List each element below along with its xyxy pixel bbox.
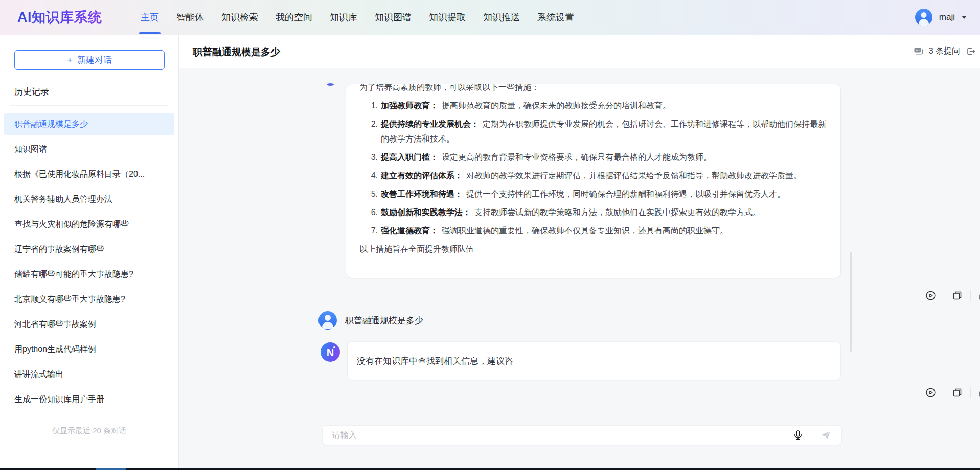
list-item: 提供持续的专业发展机会：定期为在职教师提供专业发展的机会，包括研讨会、工作坊和进… (381, 116, 827, 146)
nav-my-space[interactable]: 我的空间 (276, 0, 312, 35)
avatar-person-icon (921, 12, 926, 18)
history-item[interactable]: 根据《已使用化妆品原料目录（20... (4, 163, 174, 185)
new-chat-button[interactable]: + 新建对话 (14, 50, 165, 70)
avatar-person-icon (325, 315, 331, 321)
send-icon[interactable] (819, 429, 832, 441)
top-navbar: AI知识库系统 主页 智能体 知识检索 我的空间 知识库 知识图谱 知识提取 知… (0, 0, 980, 35)
sidebar-divider (10, 105, 168, 106)
page-title: 职普融通规模是多少 (193, 45, 280, 59)
nav-knowledge-push[interactable]: 知识推送 (483, 0, 520, 35)
chat-count-icon (913, 46, 924, 57)
history-item[interactable]: 查找与火灾相似的危险源有哪些 (4, 213, 174, 236)
main-area: 职普融通规模是多少 3 条提问 (179, 35, 980, 468)
copy-icon[interactable] (944, 290, 970, 301)
chevron-down-icon (962, 16, 967, 19)
taskbar-edge (0, 468, 980, 470)
export-conversation-icon[interactable] (965, 46, 976, 57)
list-item: 建立有效的评估体系：对教师的教学效果进行定期评估，并根据评估结果给予反馈和指导，… (381, 168, 827, 183)
nav-knowledge-search[interactable]: 知识检索 (221, 0, 258, 35)
play-circle-icon[interactable] (918, 387, 944, 398)
app-window: AI知识库系统 主页 智能体 知识检索 我的空间 知识库 知识图谱 知识提取 知… (0, 0, 980, 470)
play-circle-icon[interactable] (918, 290, 944, 301)
main-nav: 主页 智能体 知识检索 我的空间 知识库 知识图谱 知识提取 知识推送 系统设置 (141, 0, 574, 35)
thumbs-up-icon[interactable] (970, 290, 980, 301)
nav-knowledge-base[interactable]: 知识库 (330, 0, 357, 35)
plus-icon: + (67, 55, 73, 65)
copy-icon[interactable] (944, 387, 970, 398)
history-item[interactable]: 储罐有哪些可能的重大事故隐患? (4, 263, 174, 286)
assistant-message-2: 没有在知识库中查找到相关信息，建议咨 (347, 341, 841, 380)
question-count: 3 条提问 (929, 46, 960, 57)
history-limit-note: 仅显示最近 20 条对话 (15, 426, 163, 436)
list-item: 强化道德教育：强调职业道德的重要性，确保教师不仅具备专业知识，还具有高尚的职业操… (381, 223, 827, 238)
list-item: 改善工作环境和待遇：提供一个支持性的工作环境，同时确保合理的薪酬和福利待遇，以吸… (381, 186, 827, 201)
microphone-icon[interactable] (792, 429, 804, 441)
history-item[interactable]: 知识图谱 (4, 138, 174, 160)
user-message: 职普融通规模是多少 (345, 311, 423, 330)
history-title: 历史记录 (14, 86, 49, 98)
nav-knowledge-graph[interactable]: 知识图谱 (375, 0, 412, 35)
assistant-avatar: N (321, 342, 340, 362)
app-logo: AI知识库系统 (17, 8, 102, 27)
list-item: 提高入职门槛：设定更高的教育背景和专业资格要求，确保只有最合格的人才能成为教师。 (381, 150, 827, 165)
user-message-avatar (318, 311, 337, 330)
history-list: 职普融通规模是多少 知识图谱 根据《已使用化妆品原料目录（20... 机关警务辅… (4, 113, 174, 413)
history-item[interactable]: 生成一份知识库用户手册 (4, 388, 174, 411)
sidebar: + 新建对话 历史记录 职普融通规模是多少 知识图谱 根据《已使用化妆品原料目录… (0, 35, 179, 468)
chat-input-bar (322, 425, 842, 445)
history-item[interactable]: 机关警务辅助人员管理办法 (4, 188, 174, 210)
chat-scroll-area[interactable]: 为了培养高素质的教师，可以采取以下一些措施： 加强教师教育：提高师范教育的质量，… (179, 68, 980, 468)
list-item: 加强教师教育：提高师范教育的质量，确保未来的教师接受充分的培训和教育。 (381, 98, 827, 113)
assistant-avatar-clipped (327, 83, 334, 86)
message-actions (918, 386, 980, 399)
user-name: maji (939, 12, 955, 22)
chat-input[interactable] (332, 431, 792, 440)
message-numbered-list: 加强教师教育：提高师范教育的质量，确保未来的教师接受充分的培训和教育。 提供持续… (359, 98, 827, 238)
nav-knowledge-extract[interactable]: 知识提取 (429, 0, 466, 35)
conversation-header: 职普融通规模是多少 3 条提问 (179, 35, 980, 68)
nav-system-settings[interactable]: 系统设置 (537, 0, 574, 35)
nav-home[interactable]: 主页 (141, 0, 159, 35)
nav-agent[interactable]: 智能体 (176, 0, 204, 35)
user-avatar (915, 9, 932, 26)
assistant-message-1: 为了培养高素质的教师，可以采取以下一些措施： 加强教师教育：提高师范教育的质量，… (346, 84, 841, 278)
vertical-scrollbar[interactable] (850, 252, 852, 352)
header-right-cluster: 3 条提问 (913, 35, 976, 68)
message-actions (918, 289, 980, 302)
message-closing: 以上措施旨在全面提升教师队伍 (359, 242, 827, 256)
history-item[interactable]: 用python生成代码样例 (4, 338, 174, 361)
history-item[interactable]: 讲讲流式输出 (4, 363, 174, 386)
history-item[interactable]: 辽宁省的事故案例有哪些 (4, 238, 174, 261)
list-item: 鼓励创新和实践教学法：支持教师尝试新的教学策略和方法，鼓励他们在实践中探索更有效… (381, 205, 827, 220)
thumbs-up-icon[interactable] (970, 387, 980, 398)
user-menu[interactable]: maji (915, 0, 967, 35)
history-item[interactable]: 北京顺义有哪些重大事故隐患? (4, 288, 174, 311)
history-item[interactable]: 职普融通规模是多少 (4, 113, 174, 135)
message-intro: 为了培养高素质的教师，可以采取以下一些措施： (359, 84, 827, 95)
history-item[interactable]: 河北省有哪些事故案例 (4, 313, 174, 336)
